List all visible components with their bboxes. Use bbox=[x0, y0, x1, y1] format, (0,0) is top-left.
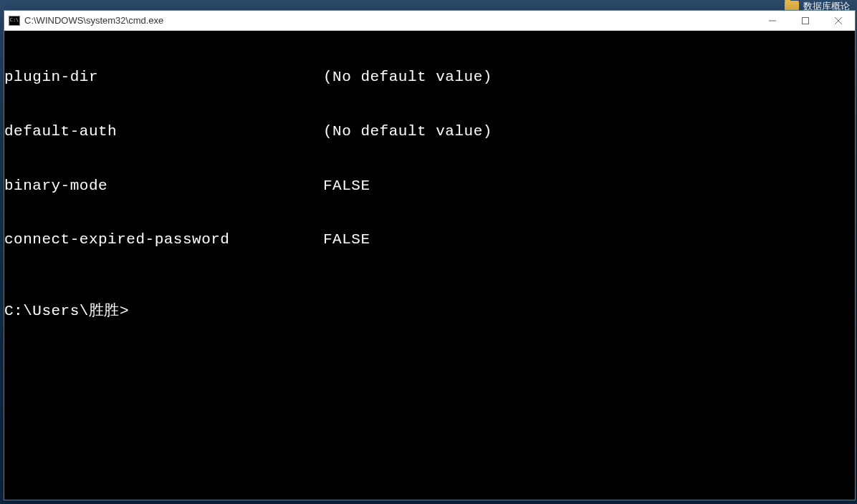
terminal-prompt: C:\Users\胜胜> bbox=[4, 302, 855, 320]
window-title: C:\WINDOWS\system32\cmd.exe bbox=[24, 15, 756, 26]
cmd-app-icon: C:\ bbox=[9, 16, 20, 26]
window-controls bbox=[756, 11, 855, 30]
minimize-button[interactable] bbox=[756, 11, 789, 30]
cmd-window: C:\ C:\WINDOWS\system32\cmd.exe plugin-d… bbox=[4, 10, 856, 500]
terminal-row: default-auth(No default value) bbox=[4, 122, 855, 140]
svg-rect-1 bbox=[803, 17, 809, 24]
minimize-icon bbox=[769, 17, 776, 24]
title-bar[interactable]: C:\ C:\WINDOWS\system32\cmd.exe bbox=[4, 11, 855, 31]
close-icon bbox=[835, 17, 842, 24]
terminal-output[interactable]: plugin-dir(No default value) default-aut… bbox=[4, 31, 855, 500]
terminal-row: binary-modeFALSE bbox=[4, 177, 855, 195]
terminal-row: connect-expired-passwordFALSE bbox=[4, 231, 855, 248]
close-button[interactable] bbox=[822, 11, 855, 30]
maximize-icon bbox=[802, 17, 809, 24]
maximize-button[interactable] bbox=[789, 11, 822, 30]
terminal-row: plugin-dir(No default value) bbox=[4, 68, 855, 86]
